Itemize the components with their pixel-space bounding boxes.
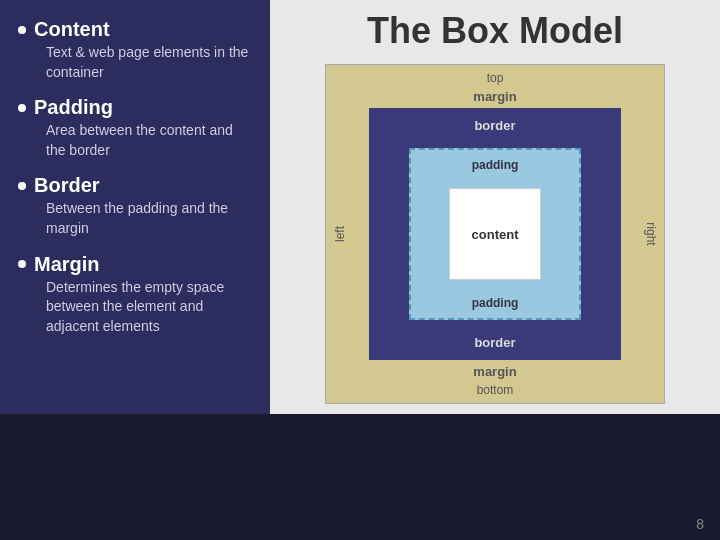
section-title-padding: Padding [18,96,256,119]
sub-item-margin: Determines the empty space between the e… [18,278,256,337]
slide-title: The Box Model [280,10,710,52]
label-padding-bottom: padding [472,296,519,310]
label-top: top [487,71,504,85]
slide: Content Text & web page elements in the … [0,0,720,414]
left-panel: Content Text & web page elements in the … [0,0,270,414]
sub-item-border: Between the padding and the margin [18,199,256,238]
section-title-margin: Margin [18,253,256,276]
sub-item-padding: Area between the content and the border [18,121,256,160]
section-label-margin: Margin [34,253,100,276]
label-bottom: bottom [477,383,514,397]
sub-item-content: Text & web page elements in the containe… [18,43,256,82]
right-panel: The Box Model top bottom left right marg… [270,0,720,414]
section-label-padding: Padding [34,96,113,119]
label-right: right [643,222,657,245]
page-number: 8 [696,516,704,532]
label-margin-bottom: margin [473,364,516,379]
section-label-border: Border [34,174,100,197]
label-padding-top: padding [472,158,519,172]
label-content: content [472,227,519,242]
box-model-diagram: top bottom left right margin margin bord… [325,64,665,404]
section-label-content: Content [34,18,110,41]
bullet-content [18,26,26,34]
bullet-border [18,182,26,190]
label-margin-top: margin [473,89,516,104]
section-title-border: Border [18,174,256,197]
bullet-padding [18,104,26,112]
slide-wrapper: Content Text & web page elements in the … [0,0,720,540]
label-border-bottom: border [474,335,515,350]
section-padding: Padding Area between the content and the… [18,96,256,164]
content-area: content [449,188,541,280]
label-border-top: border [474,118,515,133]
bullet-margin [18,260,26,268]
section-title-content: Content [18,18,256,41]
section-margin: Margin Determines the empty space betwee… [18,253,256,341]
label-left: left [333,226,347,242]
section-content: Content Text & web page elements in the … [18,18,256,86]
section-border: Border Between the padding and the margi… [18,174,256,242]
